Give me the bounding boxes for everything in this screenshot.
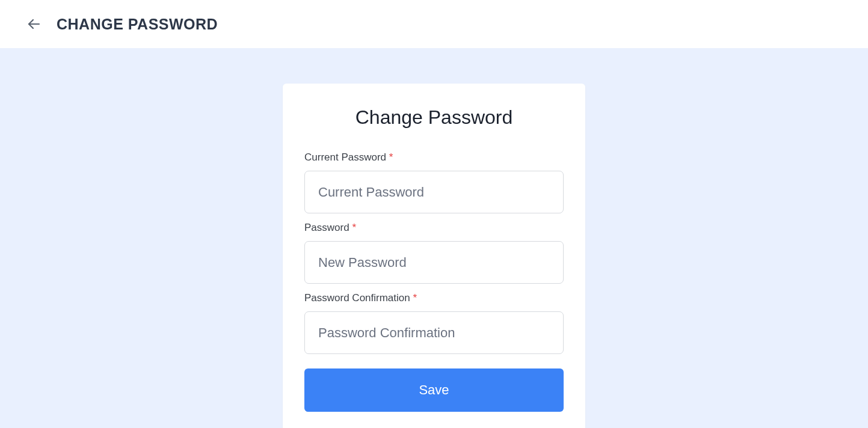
page-title: CHANGE PASSWORD [57,16,218,33]
password-label: Password * [304,222,564,234]
arrow-left-icon [26,17,41,31]
password-label-text: Password [304,222,349,233]
password-confirmation-label-text: Password Confirmation [304,292,410,304]
current-password-label-text: Current Password [304,151,386,163]
password-input[interactable] [304,241,564,284]
required-marker: * [389,151,393,163]
password-confirmation-input[interactable] [304,311,564,354]
save-button[interactable]: Save [304,368,564,412]
required-marker: * [413,292,417,304]
content-area: Change Password Current Password * Passw… [0,48,868,428]
current-password-input[interactable] [304,171,564,213]
back-button[interactable] [25,16,42,32]
required-marker: * [352,222,356,233]
password-confirmation-label: Password Confirmation * [304,292,564,304]
current-password-group: Current Password * [304,151,564,222]
change-password-card: Change Password Current Password * Passw… [283,84,585,428]
password-confirmation-group: Password Confirmation * [304,292,564,362]
password-group: Password * [304,222,564,292]
page-header: CHANGE PASSWORD [0,0,868,48]
current-password-label: Current Password * [304,151,564,164]
card-title: Change Password [304,106,564,129]
